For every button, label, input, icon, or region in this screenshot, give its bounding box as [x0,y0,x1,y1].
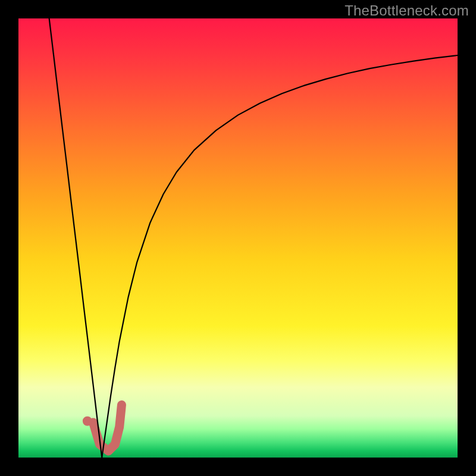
gradient-background [18,18,458,458]
chart-plot-area [18,18,458,458]
chart-frame: TheBottleneck.com [0,0,476,476]
chart-svg [18,18,458,458]
watermark-text: TheBottleneck.com [345,2,469,19]
marker-dot [83,416,92,426]
